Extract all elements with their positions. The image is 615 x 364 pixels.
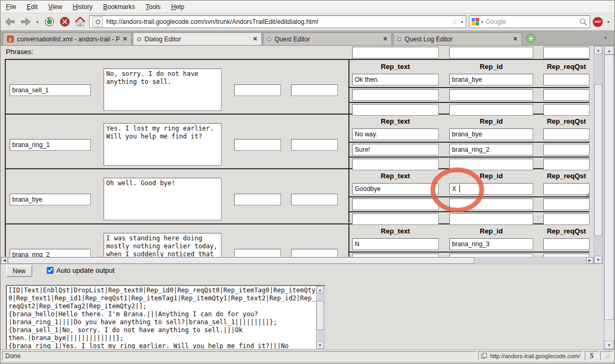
reply-id-input[interactable] — [449, 183, 533, 195]
reply-text-input[interactable] — [352, 89, 439, 101]
menu-file[interactable]: File — [6, 3, 16, 11]
reply-text-input[interactable] — [352, 213, 439, 225]
auto-update-checkbox[interactable] — [47, 267, 54, 274]
scrollbar-thumb[interactable] — [604, 55, 614, 320]
reply-id-input[interactable] — [449, 144, 533, 155]
reload-icon[interactable] — [43, 15, 56, 28]
reply-text-input[interactable] — [352, 159, 439, 170]
reply-id-input[interactable] — [449, 74, 533, 85]
phrase-enblqst-input[interactable] — [234, 249, 281, 257]
close-tab-icon[interactable]: ✕ — [253, 36, 258, 42]
adblock-dropdown-icon[interactable]: ▾ — [605, 15, 611, 28]
menu-help[interactable]: Help — [171, 3, 184, 11]
reply-id-input[interactable] — [449, 89, 533, 101]
search-input[interactable] — [485, 18, 577, 25]
phrase-enblqst-input[interactable] — [234, 139, 281, 151]
history-dropdown-icon[interactable]: ▾ — [35, 15, 40, 28]
adblock-plus-icon[interactable]: ABP — [593, 17, 603, 27]
url-input[interactable] — [106, 18, 448, 25]
output-scrollbar[interactable]: ▲ ▼ — [316, 286, 324, 349]
scroll-right-icon[interactable]: ▶ — [586, 257, 593, 264]
phrase-id-input[interactable] — [10, 139, 91, 151]
reply-reqqst-input[interactable] — [543, 128, 590, 140]
reply-text-input[interactable] — [352, 47, 439, 58]
reply-text-input[interactable] — [352, 238, 439, 250]
reply-id-input[interactable] — [449, 104, 533, 116]
scroll-up-icon[interactable]: ▲ — [594, 46, 602, 54]
phrase-droplist-input[interactable] — [291, 194, 338, 205]
scroll-down-icon[interactable]: ▼ — [604, 341, 614, 349]
phrase-id-input[interactable] — [10, 84, 91, 96]
phrase-enblqst-input[interactable] — [234, 194, 281, 205]
reply-reqqst-input[interactable] — [543, 104, 590, 116]
close-tab-icon[interactable]: ✕ — [383, 36, 388, 42]
output-textarea[interactable]: [ID|Text|EnblQst|DropList|Rep_text0|Rep_… — [7, 286, 316, 349]
close-tab-icon[interactable]: ✕ — [123, 36, 127, 42]
reply-reqqst-input[interactable] — [543, 159, 590, 170]
search-bar[interactable]: ▾ — [469, 15, 590, 28]
tab-quest-editor[interactable]: Quest Editor ✕ — [263, 32, 392, 45]
reply-id-input[interactable] — [449, 198, 533, 210]
reply-id-input[interactable] — [449, 47, 533, 58]
tab-dialog-editor[interactable]: Dialog Editor ✕ — [133, 32, 262, 45]
reply-reqqst-input[interactable] — [543, 89, 590, 101]
tab-quest-log-editor[interactable]: Quest Log Editor ✕ — [393, 32, 522, 45]
scrollbar-thumb[interactable] — [594, 84, 602, 236]
phrase-droplist-input[interactable] — [291, 139, 338, 151]
reply-id-input[interactable] — [449, 159, 533, 170]
reply-text-input[interactable] — [352, 74, 439, 85]
home-icon[interactable] — [74, 15, 87, 28]
reply-reqqst-input[interactable] — [543, 144, 590, 155]
menu-bookmarks[interactable]: Bookmarks — [103, 3, 135, 11]
reply-text-input[interactable] — [352, 128, 439, 140]
scrollbar-thumb[interactable] — [317, 301, 324, 330]
reply-text-input[interactable] — [352, 183, 439, 195]
menu-view[interactable]: View — [48, 3, 62, 11]
reply-text-input[interactable] — [352, 104, 439, 116]
window-resize-grip[interactable] — [600, 351, 613, 361]
phrase-text-area[interactable] — [104, 123, 221, 166]
menu-edit[interactable]: Edit — [27, 3, 38, 11]
forward-icon[interactable] — [19, 15, 32, 28]
back-icon[interactable] — [4, 15, 16, 28]
phrase-text-area[interactable] — [104, 178, 221, 220]
new-button[interactable]: New — [6, 265, 32, 277]
close-tab-icon[interactable]: ✕ — [513, 36, 518, 42]
new-tab-icon[interactable]: + — [526, 34, 535, 43]
reply-id-input[interactable] — [449, 128, 533, 140]
phrase-text-area[interactable] — [104, 233, 221, 257]
phrase-droplist-input[interactable] — [291, 84, 338, 96]
reply-reqqst-input[interactable] — [543, 74, 590, 85]
reply-text-input[interactable] — [352, 144, 439, 155]
search-engine-dropdown-icon[interactable]: ▾ — [481, 20, 483, 24]
scroll-down-icon[interactable]: ▼ — [317, 341, 324, 349]
url-dropdown-icon[interactable]: ▾ — [461, 20, 463, 24]
phrase-droplist-input[interactable] — [291, 249, 338, 257]
menu-history[interactable]: History — [73, 3, 92, 11]
horizontal-scrollbar[interactable]: ◀ ▶ — [1, 257, 594, 264]
bookmark-star-icon[interactable]: ☆ — [451, 18, 458, 26]
scroll-up-icon[interactable]: ▲ — [604, 46, 614, 55]
tab-list-dropdown-icon[interactable]: ▾ — [599, 32, 612, 44]
reply-id-input[interactable] — [449, 213, 533, 225]
stop-icon[interactable] — [58, 15, 71, 28]
scroll-left-icon[interactable]: ◀ — [1, 257, 8, 264]
phrase-id-input[interactable] — [10, 249, 91, 257]
window-vertical-scrollbar[interactable]: ▲ ▼ — [604, 46, 614, 350]
phrase-enblqst-input[interactable] — [234, 84, 281, 96]
inner-vertical-scrollbar[interactable]: ▲ ▼ — [594, 46, 603, 264]
reply-reqqst-input[interactable] — [543, 47, 590, 58]
menu-tools[interactable]: Tools — [146, 3, 160, 11]
reply-text-input[interactable] — [352, 198, 439, 210]
reply-reqqst-input[interactable] — [543, 238, 590, 250]
scroll-down-icon[interactable]: ▼ — [594, 256, 602, 264]
reply-reqqst-input[interactable] — [543, 213, 590, 225]
s-extension-panel[interactable]: S — [585, 351, 599, 361]
scrollbar-thumb[interactable] — [8, 257, 474, 264]
magnifier-icon[interactable] — [579, 18, 587, 26]
phrase-id-input[interactable] — [10, 194, 91, 205]
reply-id-input[interactable] — [449, 238, 533, 250]
phrase-text-area[interactable] — [104, 68, 221, 111]
resize-grip-icon[interactable] — [583, 192, 590, 198]
reply-reqqst-input[interactable] — [543, 198, 590, 210]
